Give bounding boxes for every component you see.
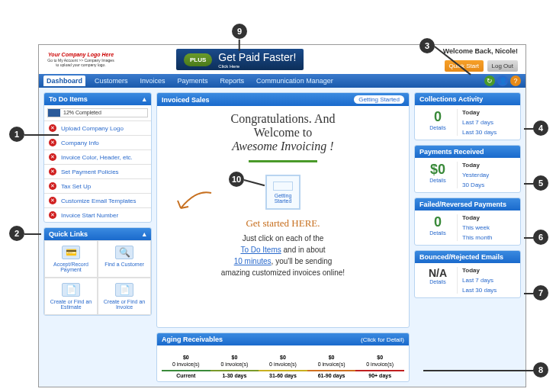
todo-item-tax[interactable]: ✕Tax Set Up xyxy=(44,178,151,193)
underline-decoration xyxy=(249,160,317,162)
aging-val: $0 xyxy=(162,355,211,360)
ql-estimate[interactable]: 📄 Create or Find an Estimate xyxy=(44,278,98,315)
stat-link-7days[interactable]: Last 7 days xyxy=(462,119,516,126)
stat-title: Bounced/Rejected Emails xyxy=(419,253,503,261)
plus-badge: PLUS xyxy=(184,53,212,66)
aging-title: Aging Receivables xyxy=(162,336,223,343)
stat-num: 0 xyxy=(419,109,457,125)
banner-text: Get Paid Faster! xyxy=(218,51,296,63)
instructions: Just click on each of the To Do Items an… xyxy=(163,233,403,278)
invoiced-sales-panel: Invoiced Sales Getting Started Congratul… xyxy=(156,92,410,328)
stat-title: Collections Activity xyxy=(419,95,483,103)
instr-todo-link[interactable]: To Do Items xyxy=(240,246,281,254)
aging-label: 31-60 days xyxy=(259,370,307,378)
stat-details-link[interactable]: Details xyxy=(419,178,457,183)
todo-item-invoice-start[interactable]: ✕Invoice Start Number xyxy=(44,207,151,222)
aging-col-1-30[interactable]: $0 0 invoice(s) 1-30 days xyxy=(211,355,259,378)
estimate-icon: 📄 xyxy=(62,283,80,297)
help-icon[interactable]: ? xyxy=(510,76,521,86)
x-icon: ✕ xyxy=(49,211,56,219)
aging-inv: 0 invoice(s) xyxy=(307,361,356,367)
stat-link-7days[interactable]: Last 7 days xyxy=(462,277,516,284)
user-icon[interactable]: 👤 xyxy=(497,76,508,86)
progress-text: 12% Completed xyxy=(63,110,101,115)
aging-col-current[interactable]: $0 0 invoice(s) Current xyxy=(162,355,211,378)
todo-item-logo[interactable]: ✕Upload Company Logo xyxy=(44,120,151,135)
nav-reports[interactable]: Reports xyxy=(217,76,248,86)
stat-today: Today xyxy=(462,109,516,116)
callout-line xyxy=(239,40,240,51)
nav-dashboard[interactable]: Dashboard xyxy=(43,76,85,86)
todo-panel: To Do Items ▴ 12% Completed ✕Upload Comp… xyxy=(43,92,152,223)
congrats-line1: Congratulations. And xyxy=(163,112,403,126)
stat-link-week[interactable]: This week xyxy=(462,224,516,231)
todo-item-payment-policies[interactable]: ✕Set Payment Policies xyxy=(44,164,151,178)
callout-4: 4 xyxy=(533,120,548,136)
getting-started-tab[interactable]: Getting Started xyxy=(354,95,404,104)
callout-line xyxy=(423,370,538,371)
stat-link-30days[interactable]: 30 Days xyxy=(462,182,516,188)
callout-6: 6 xyxy=(533,230,548,245)
stat-link-yesterday[interactable]: Yesterday xyxy=(462,172,516,178)
callout-10: 10 xyxy=(229,172,244,187)
instr-10min-link: 10 minutes xyxy=(234,257,272,265)
aging-hint: (Click for Detail) xyxy=(361,336,404,343)
nav-invoices[interactable]: Invoices xyxy=(137,76,169,86)
promo-banner[interactable]: PLUS Get Paid Faster! Click Here xyxy=(176,49,304,70)
aging-inv: 0 invoice(s) xyxy=(355,361,404,367)
quicklinks-panel: Quick Links ▴ 💳 Accept/Record Payment 🔍 … xyxy=(43,227,152,316)
todo-header[interactable]: To Do Items ▴ xyxy=(44,93,151,105)
invoiced-sales-header: Invoiced Sales Getting Started xyxy=(157,93,409,106)
chevron-up-icon: ▴ xyxy=(143,230,146,238)
callout-9: 9 xyxy=(232,24,247,39)
congrats-line2: Welcome to xyxy=(163,126,403,140)
aging-val: $0 xyxy=(307,355,356,360)
ql-accept-payment[interactable]: 💳 Accept/Record Payment xyxy=(44,240,98,278)
stat-link-month[interactable]: This month xyxy=(462,234,516,241)
aging-val: $0 xyxy=(355,355,404,360)
stat-today: Today xyxy=(462,214,516,221)
callout-3: 3 xyxy=(419,38,435,53)
log-out-button[interactable]: Log Out xyxy=(487,60,518,72)
aging-val: $0 xyxy=(259,355,307,360)
todo-item-email-templates[interactable]: ✕Customize Email Templates xyxy=(44,193,151,207)
aging-col-61-90[interactable]: $0 0 invoice(s) 61-90 days xyxy=(307,355,356,378)
stat-title: Payments Received xyxy=(419,148,484,156)
header-right: Welcome Back, Nicole! Quick Start Log Ou… xyxy=(443,47,518,72)
stat-details-link[interactable]: Details xyxy=(419,125,457,130)
app-window: Your Company Logo Here Go to My Account … xyxy=(38,44,526,387)
collections-panel: Collections Activity 0 Details Today Las… xyxy=(414,92,521,140)
stat-link-30days[interactable]: Last 30 days xyxy=(462,129,516,136)
bounced-emails-panel: Bounced/Rejected Emails N/A Details Toda… xyxy=(414,250,521,298)
company-logo-placeholder[interactable]: Your Company Logo Here Go to My Account … xyxy=(47,52,115,67)
todo-item-company-info[interactable]: ✕Company Info xyxy=(44,135,151,149)
banner-sub: Click Here xyxy=(218,64,296,69)
refresh-icon[interactable]: ↻ xyxy=(484,76,495,86)
ql-invoice[interactable]: 📄 Create or Find an Invoice xyxy=(98,278,151,315)
stat-num: 0 xyxy=(419,214,457,230)
nav-comm-manager[interactable]: Communication Manager xyxy=(253,76,336,86)
stat-details-link[interactable]: Details xyxy=(419,279,457,284)
aging-col-31-60[interactable]: $0 0 invoice(s) 31-60 days xyxy=(259,355,307,378)
ql-find-customer[interactable]: 🔍 Find a Customer xyxy=(98,240,151,278)
x-icon: ✕ xyxy=(49,168,56,175)
aging-val: $0 xyxy=(211,355,259,360)
x-icon: ✕ xyxy=(49,153,56,161)
callout-8: 8 xyxy=(533,362,548,378)
ql-label: Create or Find an Invoice xyxy=(104,299,145,310)
aging-col-90plus[interactable]: $0 0 invoice(s) 90+ days xyxy=(355,355,404,378)
aging-panel[interactable]: Aging Receivables (Click for Detail) $0 … xyxy=(156,333,410,382)
nav-customers[interactable]: Customers xyxy=(92,76,131,86)
nav-payments[interactable]: Payments xyxy=(175,76,211,86)
x-icon: ✕ xyxy=(49,124,56,132)
todo-item-invoice-color[interactable]: ✕Invoice Color, Header, etc. xyxy=(44,149,151,164)
stat-num: $0 xyxy=(419,162,457,178)
stat-link-30days[interactable]: Last 30 days xyxy=(462,287,516,294)
x-icon: ✕ xyxy=(49,139,56,146)
getting-started-box[interactable]: Getting Started xyxy=(265,175,300,210)
todo-label: Upload Company Logo xyxy=(61,125,124,132)
aging-inv: 0 invoice(s) xyxy=(162,361,211,367)
stat-details-link[interactable]: Details xyxy=(419,230,457,236)
quicklinks-header[interactable]: Quick Links ▴ xyxy=(44,228,151,240)
aging-label: 61-90 days xyxy=(307,370,356,378)
